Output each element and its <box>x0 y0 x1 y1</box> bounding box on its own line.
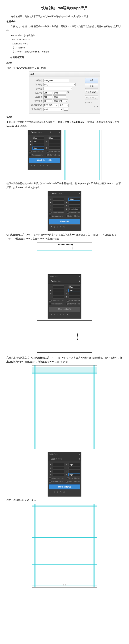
tab-custom[interactable]: Custom <box>31 131 37 134</box>
footer-icon[interactable]: + <box>67 490 68 494</box>
link-icon[interactable]: ⫘ <box>45 140 48 143</box>
margin-input[interactable] <box>53 198 64 200</box>
resolution-input[interactable] <box>43 100 52 103</box>
margin-input[interactable] <box>69 466 80 470</box>
footer-icon[interactable]: ⊞ <box>34 164 35 168</box>
row-height-input[interactable]: Row height <box>69 208 80 211</box>
top-input[interactable] <box>69 286 80 288</box>
checkbox[interactable] <box>49 477 51 479</box>
columns-input[interactable] <box>33 143 44 146</box>
footer-icon[interactable]: ⟳ <box>57 490 58 494</box>
margin-input[interactable] <box>49 136 60 140</box>
gear-icon[interactable]: ✿ <box>79 280 80 283</box>
height-input[interactable] <box>43 96 52 99</box>
top-margin-input[interactable] <box>69 198 80 200</box>
checkbox[interactable] <box>67 212 69 214</box>
footer-icon[interactable]: ↗ <box>50 225 52 229</box>
checkbox[interactable] <box>66 481 68 482</box>
margin-input[interactable] <box>53 466 64 470</box>
checkbox[interactable] <box>67 477 69 479</box>
colormode-select[interactable]: RGB 颜色▾ <box>43 104 58 107</box>
footer-icon[interactable]: ☉ <box>63 313 65 316</box>
gear-icon[interactable]: ✿ <box>79 458 80 460</box>
checkbox[interactable] <box>47 151 49 152</box>
width-input[interactable] <box>43 91 52 94</box>
columns-input[interactable] <box>53 470 64 473</box>
footer-icon[interactable]: ⊞ <box>54 490 55 494</box>
bottom-input[interactable] <box>69 289 80 292</box>
footer-icon[interactable]: ✎ <box>40 164 42 168</box>
footer-icon[interactable]: ✎ <box>60 490 62 494</box>
colorbits-select[interactable]: 8 位▾ <box>59 104 69 107</box>
link-icon[interactable]: ⫘ <box>65 289 68 292</box>
ok-button[interactable]: 确定 <box>85 78 98 83</box>
panel-drag-icon[interactable] <box>49 193 49 194</box>
checkbox[interactable] <box>29 151 31 152</box>
gear-icon[interactable]: ✿ <box>70 192 71 195</box>
col-width-input[interactable] <box>53 473 64 476</box>
name-input[interactable] <box>43 79 69 82</box>
make-grid-button[interactable]: Make grid <box>49 219 80 224</box>
bg-select[interactable]: 白色▾ <box>43 108 63 111</box>
checkbox[interactable] <box>46 154 48 156</box>
link-icon[interactable]: ⫘ <box>45 137 48 139</box>
checkbox[interactable] <box>66 303 68 305</box>
columns-input[interactable] <box>53 204 64 207</box>
checkbox[interactable] <box>66 215 68 217</box>
tab-custom[interactable]: Custom <box>51 192 57 195</box>
footer-icon[interactable]: ⟳ <box>57 313 58 316</box>
margin-input[interactable] <box>53 463 64 466</box>
margin-input[interactable] <box>49 140 60 143</box>
swap-dimensions-icon[interactable] <box>67 92 69 94</box>
footer-icon[interactable]: ✎ <box>60 313 62 316</box>
tab-sets[interactable]: Sets <box>58 192 62 195</box>
col-width-input[interactable] <box>53 208 64 211</box>
margin-input[interactable] <box>33 136 44 140</box>
footer-icon[interactable]: ☉ <box>63 490 65 494</box>
panel-menu-icon[interactable]: ▾ <box>59 131 60 134</box>
rows-input[interactable] <box>69 204 80 207</box>
columns-input[interactable] <box>53 292 64 295</box>
top-input[interactable] <box>69 463 80 466</box>
width-unit-select[interactable]: 像素▾ <box>53 91 66 94</box>
height-unit-select[interactable]: 像素▾ <box>53 96 66 99</box>
link-icon[interactable]: ⫘ <box>65 198 68 200</box>
panel-menu-icon[interactable]: ▾ <box>79 192 80 195</box>
link-icon[interactable]: ⫘ <box>65 467 68 469</box>
checkbox[interactable] <box>49 300 51 302</box>
make-grid-button[interactable]: Make grid (+3) <box>49 307 80 312</box>
save-preset-button[interactable]: 存储预设(S)... <box>85 90 98 94</box>
rows-input[interactable] <box>69 470 80 473</box>
footer-icon[interactable]: ⊞ <box>54 313 55 316</box>
row-height-input[interactable] <box>69 296 80 298</box>
size-select[interactable]: ▾ <box>43 87 72 90</box>
checkbox[interactable] <box>49 481 51 482</box>
margin-input[interactable] <box>53 289 64 292</box>
panel-drag-icon[interactable] <box>49 458 49 460</box>
link-icon[interactable]: ⫘ <box>65 286 68 288</box>
panel-menu-icon[interactable]: ▾ <box>79 453 80 456</box>
resolution-unit-select[interactable]: 像素/英寸▾ <box>53 100 68 103</box>
cancel-button[interactable]: 取消 <box>85 84 98 89</box>
panel-drag-icon[interactable] <box>29 132 29 133</box>
margin-input[interactable] <box>53 201 64 204</box>
tab-custom[interactable]: Custom <box>51 458 57 460</box>
footer-icon[interactable]: ⟳ <box>57 225 58 229</box>
tab-custom[interactable]: Custom <box>51 280 57 283</box>
checkbox[interactable] <box>49 303 51 305</box>
row-height-input[interactable] <box>69 473 80 476</box>
checkbox[interactable] <box>49 212 51 214</box>
footer-icon[interactable]: ☉ <box>43 164 45 168</box>
margin-input[interactable] <box>33 140 44 143</box>
link-icon[interactable]: ⫘ <box>65 201 68 204</box>
tab-sets[interactable]: Sets <box>58 280 62 283</box>
col-width-input[interactable] <box>53 296 64 298</box>
panel-menu-icon[interactable]: ▾ <box>79 275 80 278</box>
panel-drag-icon[interactable] <box>49 280 49 282</box>
footer-icon[interactable]: ☉ <box>63 225 65 229</box>
footer-icon[interactable]: + <box>67 313 68 316</box>
active-input[interactable] <box>33 147 44 150</box>
footer-icon[interactable]: + <box>67 225 68 229</box>
tab-sets[interactable]: Sets <box>58 458 62 460</box>
checkbox[interactable] <box>67 300 69 302</box>
